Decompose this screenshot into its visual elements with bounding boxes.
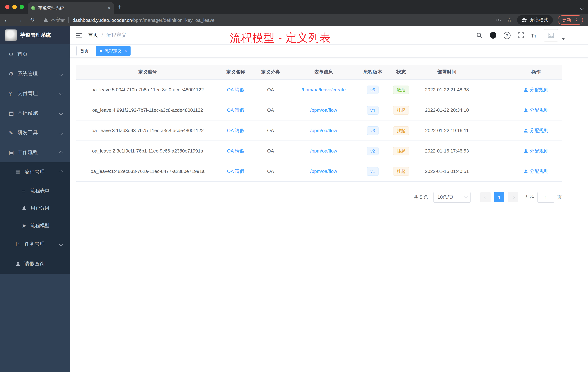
assign-rule-button[interactable]: 分配规则: [524, 87, 548, 93]
assign-rule-button[interactable]: 分配规则: [524, 127, 548, 134]
sidebar-toggle-icon[interactable]: [76, 33, 82, 37]
assign-rule-button[interactable]: 分配规则: [524, 107, 548, 113]
user-avatar[interactable]: [544, 29, 558, 42]
sidebar-item-infrastructure[interactable]: ▤ 基础设施: [0, 103, 70, 123]
key-icon[interactable]: [496, 17, 502, 23]
prev-page-button[interactable]: [480, 192, 491, 202]
close-window-button[interactable]: [5, 5, 10, 9]
user-icon: [524, 149, 528, 153]
tab-strip: 芋道管理系统 × +: [0, 0, 588, 14]
tag-process-definition[interactable]: 流程定义 ×: [96, 46, 131, 56]
sidebar-item-process-model[interactable]: ➤ 流程模型: [0, 217, 70, 234]
paper-plane-icon: ➤: [22, 222, 31, 229]
chevron-down-icon: [59, 131, 63, 135]
back-icon[interactable]: ←: [0, 17, 13, 23]
chevron-down-icon: [59, 242, 63, 246]
warning-icon: [43, 18, 49, 22]
fullscreen-icon[interactable]: [518, 33, 524, 38]
col-definition-category: 定义分类: [252, 69, 289, 75]
form-info-link[interactable]: /bpm/oa/leave/create: [302, 87, 346, 92]
col-actions: 操作: [510, 65, 562, 79]
tab-title: 芋道管理系统: [38, 5, 105, 11]
form-info-link[interactable]: /bpm/oa/flow: [310, 107, 337, 113]
reload-icon[interactable]: ↻: [26, 17, 38, 23]
page-size-select[interactable]: 10条/页: [433, 192, 471, 203]
sidebar-item-process-management[interactable]: ≣ 流程管理: [0, 162, 70, 182]
search-icon[interactable]: [476, 32, 482, 38]
breadcrumb-current: 流程定义: [106, 32, 126, 39]
form-info-link[interactable]: /bpm/oa/flow: [310, 169, 337, 174]
sidebar-item-payment[interactable]: ¥ 支付管理: [0, 84, 70, 103]
list-icon: ≣: [16, 169, 24, 175]
document-icon: ≡: [22, 188, 31, 194]
sidebar-item-leave-query[interactable]: 请假查询: [0, 254, 70, 274]
update-button[interactable]: 更新 ⋮: [558, 15, 583, 25]
tab-close-icon[interactable]: ×: [108, 5, 111, 11]
yen-icon: ¥: [9, 90, 17, 97]
chevron-down-icon: [464, 195, 468, 198]
cell-deploy-time: 2022-01-22 20:34:10: [415, 107, 479, 113]
sidebar-item-devtools[interactable]: ✎ 研发工具: [0, 123, 70, 143]
table-row: oa_leave:5:004b710b-7b8a-11ec-8ef0-acde4…: [76, 80, 562, 100]
menu-kebab-icon[interactable]: ⋮: [574, 17, 579, 23]
update-label: 更新: [562, 17, 571, 23]
sidebar-item-task-management[interactable]: ☑ 任务管理: [0, 234, 70, 254]
sidebar-submenu-workflow: ≣ 流程管理 ≡ 流程表单 用户分组 ➤ 流程模型: [0, 162, 70, 274]
gear-icon: ⚙: [9, 71, 17, 77]
next-page-button[interactable]: [508, 192, 518, 202]
sidebar-item-workflow[interactable]: ▣ 工作流程: [0, 143, 70, 162]
assign-rule-button[interactable]: 分配规则: [524, 148, 548, 154]
page-number-1[interactable]: 1: [494, 192, 504, 202]
sidebar-item-home[interactable]: ⊙ 首页: [0, 44, 70, 64]
minimize-window-button[interactable]: [12, 5, 17, 9]
table-row: oa_leave:4:991f2193-7b7f-11ec-a3c8-acde4…: [76, 100, 562, 120]
assign-rule-button[interactable]: 分配规则: [524, 168, 548, 175]
tag-home[interactable]: 首页: [76, 46, 92, 56]
image-placeholder-icon: [548, 33, 554, 38]
address-bar[interactable]: dashboard.yudao.iocoder.cn/bpm/manager/d…: [73, 17, 215, 23]
new-tab-button[interactable]: +: [118, 3, 122, 11]
sidebar-item-process-form[interactable]: ≡ 流程表单: [0, 182, 70, 199]
help-icon[interactable]: ?: [504, 32, 510, 39]
table-row: oa_leave:1:482ec033-762a-11ec-8477-a2380…: [76, 161, 562, 182]
browser-tab[interactable]: 芋道管理系统 ×: [28, 2, 114, 14]
tab-search-icon[interactable]: [581, 5, 584, 11]
definition-name-link[interactable]: OA 请假: [227, 148, 244, 153]
definition-name-link[interactable]: OA 请假: [227, 87, 244, 92]
security-indicator[interactable]: 不安全: [43, 17, 65, 23]
url-path: /bpm/manager/definition?key=oa_leave: [132, 17, 215, 23]
tag-close-icon[interactable]: ×: [124, 49, 127, 53]
chevron-up-icon: [59, 151, 63, 155]
forward-icon[interactable]: →: [13, 17, 26, 23]
version-badge: v2: [367, 146, 378, 155]
tools-icon: ✎: [9, 130, 17, 136]
tags-view: 首页 流程定义 ×: [70, 45, 588, 57]
sidebar-item-user-group[interactable]: 用户分组: [0, 199, 70, 217]
table-row: oa_leave:2:3c1f0ef1-76b1-11ec-9c66-a2380…: [76, 141, 562, 161]
definition-name-link[interactable]: OA 请假: [227, 107, 244, 113]
favicon-icon: [31, 6, 35, 10]
bookmark-star-icon[interactable]: ☆: [507, 17, 512, 23]
incognito-badge: 无痕模式: [517, 15, 553, 25]
sidebar-item-system[interactable]: ⚙ 系统管理: [0, 64, 70, 84]
status-badge: 挂起: [393, 106, 409, 114]
definition-name-link[interactable]: OA 请假: [227, 128, 244, 133]
goto-label: 前往: [525, 194, 535, 201]
goto-page-input[interactable]: [537, 192, 554, 203]
monitor-icon: ▤: [9, 110, 17, 117]
pagination-total: 共 5 条: [414, 194, 428, 201]
caret-down-icon[interactable]: [562, 38, 565, 40]
col-definition-name: 定义名称: [219, 69, 252, 75]
definition-name-link[interactable]: OA 请假: [227, 168, 244, 174]
form-info-link[interactable]: /bpm/oa/flow: [310, 128, 337, 133]
form-info-link[interactable]: /bpm/oa/flow: [310, 148, 337, 153]
cell-definition-id: oa_leave:4:991f2193-7b7f-11ec-a3c8-acde4…: [76, 107, 219, 113]
browser-toolbar: ← → ↻ 不安全 dashboard.yudao.iocoder.cn/bpm…: [0, 14, 588, 26]
font-size-icon[interactable]: TT: [531, 32, 536, 38]
zoom-window-button[interactable]: [20, 5, 24, 9]
breadcrumb-home[interactable]: 首页: [88, 32, 98, 39]
user-icon: [524, 88, 528, 92]
github-icon[interactable]: [490, 32, 496, 39]
cell-category: OA: [252, 148, 289, 153]
briefcase-icon: ▣: [9, 149, 17, 156]
